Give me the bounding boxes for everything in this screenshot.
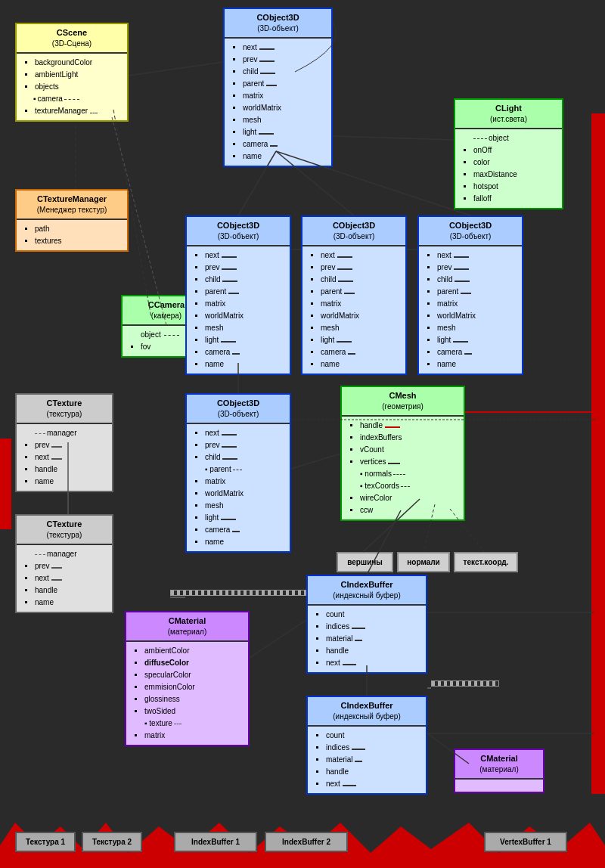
cindexbuffer-1-fields: count indices material handle next [314, 609, 420, 669]
clight-header: CLight (ист.света) [455, 100, 562, 129]
cmesh-header: CMesh (геометрия) [342, 387, 464, 417]
c3-name: name [437, 358, 516, 370]
cmat-ambient: ambientColor [144, 645, 242, 657]
c1-mesh: mesh [205, 322, 284, 334]
field-texturemanager: textureManager [35, 105, 121, 117]
c1-prev: prev [205, 262, 284, 274]
ctexturemanager-box: CTextureManager (Менеджер текстур) path … [15, 189, 129, 252]
cscene-box: CScene (3D-Сцена) backgroundColor ambien… [15, 23, 129, 122]
red-left-accent [0, 439, 11, 529]
cmat-twosided: twoSided [144, 705, 242, 718]
cindexbuffer-1-body: count indices material handle next [308, 606, 426, 672]
c2-light: light [321, 334, 399, 346]
f-name1: name [243, 150, 325, 163]
ct2-next: next [35, 572, 106, 584]
ctexture-2-body: manager prev next handle name [17, 545, 112, 612]
cobject3d-3-fields: next prev child parent matrix worldMatri… [425, 250, 516, 370]
cindexbuffer-2-body: count indices material handle next [308, 727, 426, 793]
cobject3d-2-header: CObject3D (3D-объект) [302, 217, 405, 246]
cm-vcount: vCount [360, 444, 458, 456]
cmaterial-header: CMaterial (материал) [126, 612, 248, 642]
ctexture-2-fields: manager prev next handle name [23, 548, 106, 609]
normals-label: нормали [397, 552, 450, 572]
field-camera: ▪ camera [35, 93, 121, 105]
c4-prev: prev [205, 439, 284, 451]
c1-name: name [205, 358, 284, 370]
ctexture-1-fields: manager prev next handle name [23, 427, 106, 488]
field-ambientlight: ambientLight [35, 69, 121, 81]
cobject3d-top-box: CObject3D (3D-объект) next prev child pa… [223, 8, 333, 167]
ct1-manager: manager [35, 427, 106, 439]
c2-worldmatrix: worldMatrix [321, 310, 399, 322]
c3-prev: prev [437, 262, 516, 274]
cobject3d-2-body: next prev child parent matrix worldMatri… [302, 246, 405, 374]
cib2-material: material [326, 754, 420, 766]
clight-fields: object onOff color maxDistance hotspot f… [461, 132, 556, 205]
c3-next: next [437, 250, 516, 262]
cindexbuffer-1-header: CIndexBuffer (индексный буфер) [308, 576, 426, 606]
ct2-manager: manager [35, 548, 106, 560]
cmesh-fields: handle indexBuffers vCount vertices ▪ no… [348, 420, 458, 516]
cmaterial2-header: CMaterial (материал) [455, 750, 543, 780]
f-light1: light [243, 126, 325, 138]
ct2-name: name [35, 597, 106, 609]
cl-onoff: onOff [473, 144, 556, 157]
ctexturemanager-body: path textures [17, 220, 127, 250]
c2-matrix: matrix [321, 298, 399, 310]
cobject3d-top-body: next prev child parent matrix worldMatri… [225, 39, 331, 166]
c1-parent: parent [205, 286, 284, 298]
field-objects: objects [35, 81, 121, 93]
field-backgroundcolor: backgroundColor [35, 57, 121, 69]
cmat-texture: ▪ texture [144, 718, 242, 730]
hatch-bar-1 [170, 590, 306, 596]
ct1-next: next [35, 451, 106, 463]
cl-maxdistance: maxDistance [473, 169, 556, 181]
cmat-matrix: matrix [144, 730, 242, 742]
c3-child: child [437, 274, 516, 286]
cobject3d-4-box: CObject3D (3D-объект) next prev child ▪ … [185, 393, 291, 553]
c4-matrix: matrix [205, 476, 284, 488]
f-next1: next [243, 42, 325, 54]
cm-ccw: ccw [360, 504, 458, 516]
cscene-body: backgroundColor ambientLight objects ▪ c… [17, 54, 127, 120]
cobject3d-1-header: CObject3D (3D-объект) [187, 217, 290, 246]
cindexbuffer-2-fields: count indices material handle next [314, 730, 420, 790]
c4-mesh: mesh [205, 500, 284, 512]
cmaterial-box: CMaterial (материал) ambientColor diffus… [125, 611, 250, 746]
ctexture-2-header: CTexture (текстура) [17, 516, 112, 545]
cobject3d-top-header: CObject3D (3D-объект) [225, 9, 331, 39]
c1-light: light [205, 334, 284, 346]
texture2-label: Текстура 2 [82, 832, 142, 852]
cobject3d-4-header: CObject3D (3D-объект) [187, 395, 290, 424]
ct2-prev: prev [35, 560, 106, 572]
cib1-indices: indices [326, 621, 420, 633]
cmaterial2-body [455, 780, 543, 792]
f-parent1: parent [243, 78, 325, 90]
cobject3d-4-fields: next prev child ▪ parent matrix worldMat… [193, 427, 284, 548]
c4-next: next [205, 427, 284, 439]
f-worldmatrix1: worldMatrix [243, 102, 325, 114]
cobject3d-2-fields: next prev child parent matrix worldMatri… [309, 250, 399, 370]
texture1-label: Текстура 1 [15, 832, 76, 852]
cl-hotspot: hotspot [473, 181, 556, 193]
cm-texcoords: ▪ texCoords [360, 480, 458, 492]
cib2-indices: indices [326, 742, 420, 754]
c4-camera: camera [205, 524, 284, 536]
cmat-diffuse: diffuseColor [144, 657, 242, 669]
f-prev1: prev [243, 54, 325, 66]
cmat-specular: specularColor [144, 669, 242, 681]
c4-parent: ▪ parent [205, 463, 284, 476]
ctexture-1-body: manager prev next handle name [17, 424, 112, 491]
c2-next: next [321, 250, 399, 262]
cobject3d-2-box: CObject3D (3D-объект) next prev child pa… [301, 215, 407, 375]
c3-light: light [437, 334, 516, 346]
c2-name: name [321, 358, 399, 370]
ct2-handle: handle [35, 584, 106, 597]
c1-camera: camera [205, 346, 284, 358]
cmaterial2-box: CMaterial (материал) [454, 749, 544, 793]
svg-line-11 [250, 620, 306, 658]
cindexbuffer-2-header: CIndexBuffer (индексный буфер) [308, 697, 426, 727]
red-right-accent [591, 113, 605, 794]
cmesh-body: handle indexBuffers vCount vertices ▪ no… [342, 417, 464, 519]
c3-matrix: matrix [437, 298, 516, 310]
